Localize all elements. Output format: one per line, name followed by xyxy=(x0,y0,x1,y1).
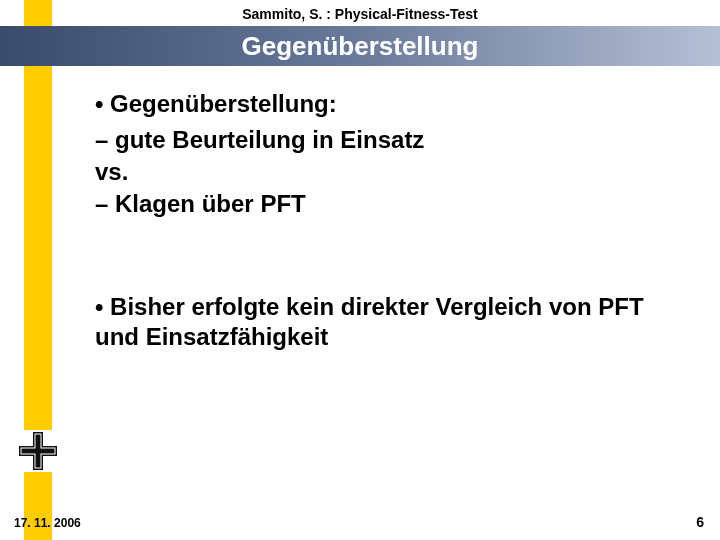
sub-item: – Klagen über PFT xyxy=(95,190,675,218)
author-line: Sammito, S. : Physical-Fitness-Test xyxy=(0,6,720,22)
page-number: 6 xyxy=(696,514,704,530)
spacer xyxy=(95,222,675,292)
bullet-item: • Bisher erfolgte kein direkter Vergleic… xyxy=(95,292,675,352)
bullet-item: • Gegenüberstellung: xyxy=(95,90,675,118)
title-band: Gegenüberstellung xyxy=(0,26,720,66)
vs-text: vs. xyxy=(95,158,675,186)
bundeswehr-logo-icon xyxy=(17,430,59,472)
svg-rect-6 xyxy=(22,449,55,454)
content-area: • Gegenüberstellung: – gute Beurteilung … xyxy=(95,90,675,352)
slide: Sammito, S. : Physical-Fitness-Test Gege… xyxy=(0,0,720,540)
slide-title: Gegenüberstellung xyxy=(242,31,479,62)
sub-item: – gute Beurteilung in Einsatz xyxy=(95,126,675,154)
footer-date: 17. 11. 2006 xyxy=(14,516,81,530)
